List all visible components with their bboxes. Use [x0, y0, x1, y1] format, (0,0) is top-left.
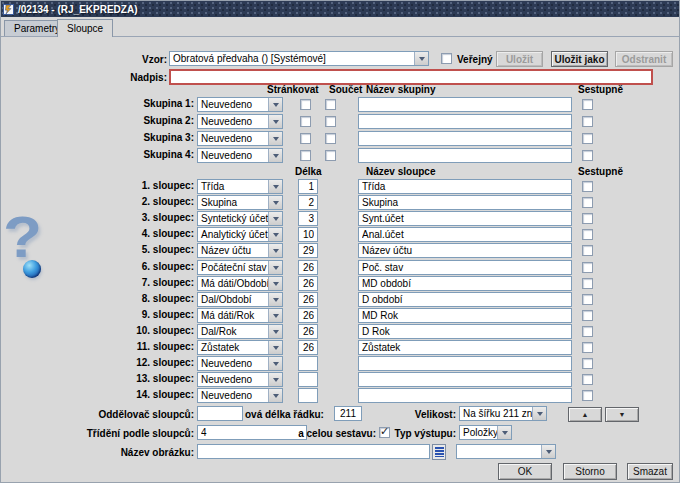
dropdown-arrow-icon[interactable]	[497, 426, 511, 439]
skupina-combo[interactable]: Neuvedeno	[197, 114, 283, 129]
ulozit-button[interactable]: Uložit	[496, 51, 543, 67]
dropdown-arrow-icon[interactable]	[268, 261, 282, 274]
delka-input[interactable]	[298, 340, 318, 355]
dropdown-arrow-icon[interactable]	[268, 196, 282, 209]
oddelovac-input[interactable]	[197, 406, 243, 421]
nazev-sloupce-input[interactable]	[358, 179, 572, 194]
move-down-button[interactable]: ▼	[605, 407, 639, 422]
nazev-sloupce-input[interactable]	[358, 324, 572, 339]
sloupec-combo[interactable]: Zůstatek	[197, 340, 283, 355]
dropdown-arrow-icon[interactable]	[268, 389, 282, 402]
sestupne-checkbox[interactable]	[582, 390, 593, 401]
delka-input[interactable]	[298, 356, 318, 371]
sloupec-combo[interactable]: Neuvedeno	[197, 356, 283, 371]
skupina-combo[interactable]: Neuvedeno	[197, 131, 283, 146]
sestupne-checkbox[interactable]	[582, 294, 593, 305]
typ-vystupu-combo[interactable]: Položky	[459, 425, 512, 440]
sloupec-combo[interactable]: Třída	[197, 179, 283, 194]
dropdown-arrow-icon[interactable]	[268, 228, 282, 241]
nazev-sloupce-input[interactable]	[358, 195, 572, 210]
delka-input[interactable]	[298, 260, 318, 275]
nazev-sloupce-input[interactable]	[358, 243, 572, 258]
dropdown-arrow-icon[interactable]	[268, 149, 282, 162]
sloupec-combo[interactable]: Má dáti/Rok	[197, 308, 283, 323]
soucet-checkbox[interactable]	[325, 116, 336, 127]
verejny-checkbox[interactable]	[441, 53, 452, 64]
dropdown-arrow-icon[interactable]	[268, 293, 282, 306]
obrazek-combo[interactable]	[456, 444, 556, 459]
dropdown-arrow-icon[interactable]	[414, 52, 428, 65]
nazev-sloupce-input[interactable]	[358, 211, 572, 226]
nazev-skupiny-input[interactable]	[358, 148, 572, 163]
sloupec-combo[interactable]: Analytický účet	[197, 227, 283, 242]
obrazek-input[interactable]	[197, 444, 430, 459]
sloupec-combo[interactable]: Skupina	[197, 195, 283, 210]
move-up-button[interactable]: ▲	[568, 407, 602, 422]
strankovat-checkbox[interactable]	[300, 99, 311, 110]
delka-input[interactable]	[298, 276, 318, 291]
nazev-skupiny-input[interactable]	[358, 131, 572, 146]
sloupec-combo[interactable]: Syntetický účet	[197, 211, 283, 226]
sestupne-checkbox[interactable]	[582, 358, 593, 369]
velikost-combo[interactable]: Na šířku 211 zn.	[459, 406, 547, 421]
sestupne-checkbox[interactable]	[582, 197, 593, 208]
dropdown-arrow-icon[interactable]	[268, 341, 282, 354]
dropdown-arrow-icon[interactable]	[268, 212, 282, 225]
nazev-sloupce-input[interactable]	[358, 292, 572, 307]
skupina-combo[interactable]: Neuvedeno	[197, 148, 283, 163]
soucet-checkbox[interactable]	[325, 133, 336, 144]
sestupne-checkbox[interactable]	[582, 181, 593, 192]
delka-input[interactable]	[298, 324, 318, 339]
dropdown-arrow-icon[interactable]	[268, 132, 282, 145]
nazev-sloupce-input[interactable]	[358, 260, 572, 275]
sloupec-combo[interactable]: Má dáti/Období	[197, 276, 283, 291]
nazev-skupiny-input[interactable]	[358, 97, 572, 112]
smazat-button[interactable]: Smazat	[627, 463, 673, 480]
strankovat-checkbox[interactable]	[300, 150, 311, 161]
sestupne-checkbox[interactable]	[582, 116, 593, 127]
sestupne-checkbox[interactable]	[582, 310, 593, 321]
dropdown-arrow-icon[interactable]	[268, 373, 282, 386]
strankovat-checkbox[interactable]	[300, 116, 311, 127]
dropdown-arrow-icon[interactable]	[268, 325, 282, 338]
delka-input[interactable]	[298, 388, 318, 403]
sestupne-checkbox[interactable]	[582, 150, 593, 161]
sestupne-checkbox[interactable]	[582, 213, 593, 224]
nazev-sloupce-input[interactable]	[358, 227, 572, 242]
dropdown-arrow-icon[interactable]	[268, 309, 282, 322]
vzor-combo[interactable]: Obratová předvaha () [Systémové]	[169, 51, 429, 66]
nazev-skupiny-input[interactable]	[358, 114, 572, 129]
delka-input[interactable]	[298, 308, 318, 323]
sestupne-checkbox[interactable]	[582, 133, 593, 144]
sloupec-combo[interactable]: Neuvedeno	[197, 372, 283, 387]
sestupne-checkbox[interactable]	[582, 229, 593, 240]
delka-input[interactable]	[298, 211, 318, 226]
odstranit-button[interactable]: Odstranit	[615, 51, 673, 67]
tab-sloupce[interactable]: Sloupce	[57, 19, 113, 37]
delka-input[interactable]	[298, 372, 318, 387]
sestupne-checkbox[interactable]	[582, 262, 593, 273]
dropdown-arrow-icon[interactable]	[268, 357, 282, 370]
dropdown-arrow-icon[interactable]	[268, 277, 282, 290]
nazev-sloupce-input[interactable]	[358, 340, 572, 355]
sestupne-checkbox[interactable]	[582, 342, 593, 353]
skupina-combo[interactable]: Neuvedeno	[197, 97, 283, 112]
sloupec-combo[interactable]: Název účtu	[197, 243, 283, 258]
delka-input[interactable]	[298, 292, 318, 307]
sestupne-checkbox[interactable]	[582, 374, 593, 385]
soucet-checkbox[interactable]	[325, 99, 336, 110]
delka-input[interactable]	[298, 179, 318, 194]
ulozit-jako-button[interactable]: Uložit jako	[551, 51, 608, 67]
sloupec-combo[interactable]: Neuvedeno	[197, 388, 283, 403]
nazev-sloupce-input[interactable]	[358, 276, 572, 291]
nadpis-input[interactable]	[169, 69, 653, 85]
storno-button[interactable]: Storno	[563, 463, 617, 480]
nazev-sloupce-input[interactable]	[358, 388, 572, 403]
strankovat-checkbox[interactable]	[300, 133, 311, 144]
dropdown-arrow-icon[interactable]	[268, 180, 282, 193]
delka-input[interactable]	[298, 227, 318, 242]
sestupne-checkbox[interactable]	[582, 245, 593, 256]
ok-button[interactable]: OK	[498, 463, 552, 480]
dropdown-arrow-icon[interactable]	[268, 115, 282, 128]
nazev-sloupce-input[interactable]	[358, 308, 572, 323]
